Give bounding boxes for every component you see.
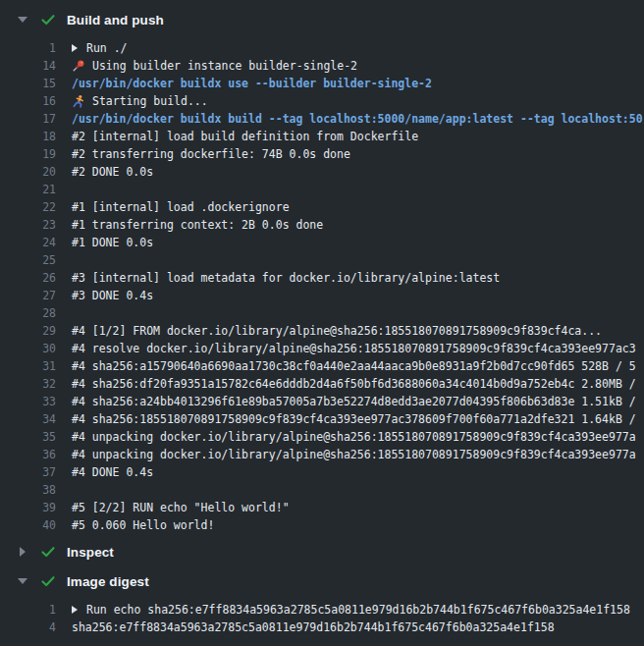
log-line-text: #1 [internal] load .dockerignore	[72, 198, 290, 216]
line-number-link[interactable]: 20	[0, 163, 56, 181]
check-success-icon	[40, 573, 56, 589]
log-line-text: #4 sha256:185518070891758909c9f839cf4ca3…	[72, 410, 636, 428]
line-number-link[interactable]: 35	[0, 428, 56, 446]
log-line-content: /usr/bin/docker buildx use --builder bui…	[56, 75, 644, 92]
log-line: 38	[0, 481, 644, 499]
log-line-text: Starting build...	[92, 92, 208, 110]
log-line-content	[56, 251, 644, 269]
line-number-link[interactable]: 17	[0, 110, 56, 128]
log-line-content	[56, 481, 644, 499]
log-line: 4 sha256:e7ff8834a5963a2785c5a0811e979d1…	[0, 619, 644, 636]
line-number-link[interactable]: 36	[0, 446, 56, 463]
line-number-link[interactable]: 34	[0, 410, 56, 428]
log-line-text: Run echo sha256:e7ff8834a5963a2785c5a081…	[86, 601, 630, 619]
line-number-link[interactable]: 14	[0, 57, 56, 75]
log-line: 15 /usr/bin/docker buildx use --builder …	[0, 75, 644, 92]
log-line: 28	[0, 304, 644, 322]
log-line-content: #4 sha256:a15790640a6690aa1730c38cf0a440…	[56, 357, 644, 375]
line-number-link[interactable]: 30	[0, 340, 56, 357]
log-line-content: Starting build...	[56, 92, 644, 110]
check-success-icon	[40, 12, 56, 27]
line-number-link[interactable]: 18	[0, 128, 56, 145]
log-line-text: Using builder instance builder-single-2	[92, 57, 357, 75]
log-line-text: #1 transferring context: 2B 0.0s done	[72, 216, 323, 234]
log-line-text: #4 resolve docker.io/library/alpine@sha2…	[72, 340, 636, 357]
runner-icon	[72, 94, 85, 108]
line-number-link[interactable]: 40	[0, 516, 56, 534]
line-number-link[interactable]: 27	[0, 287, 56, 304]
log-line: 16 Starting build...	[0, 92, 644, 110]
log-line-text: /usr/bin/docker buildx build --tag local…	[72, 110, 643, 128]
section-header[interactable]: Inspect	[0, 540, 644, 564]
line-number-link[interactable]: 39	[0, 499, 56, 516]
run-expand-icon[interactable]	[72, 44, 78, 52]
log-line: 40 #5 0.060 Hello world!	[0, 516, 644, 534]
log-line: 27 #3 DONE 0.4s	[0, 287, 644, 304]
line-number-link[interactable]: 1	[0, 601, 56, 619]
line-number-link[interactable]: 15	[0, 75, 56, 92]
log-line-text: Run ./	[86, 39, 128, 57]
log-line-text: #3 [internal] load metadata for docker.i…	[72, 269, 500, 287]
log-line-content	[56, 304, 644, 322]
line-number-link[interactable]: 31	[0, 357, 56, 375]
log-line-content: #2 transferring dockerfile: 74B 0.0s don…	[56, 145, 644, 163]
line-number-link[interactable]: 38	[0, 481, 56, 499]
log-line: 1 Run echo sha256:e7ff8834a5963a2785c5a0…	[0, 601, 644, 619]
log-line-content: #4 resolve docker.io/library/alpine@sha2…	[56, 340, 644, 357]
line-number-link[interactable]: 37	[0, 463, 56, 481]
section-lines: 1 Run echo sha256:e7ff8834a5963a2785c5a0…	[0, 601, 644, 636]
line-number-link[interactable]: 23	[0, 216, 56, 234]
log-line-text: #4 unpacking docker.io/library/alpine@sh…	[72, 428, 636, 446]
line-number-link[interactable]: 32	[0, 375, 56, 393]
log-line-text: sha256:e7ff8834a5963a2785c5a0811e979d16b…	[72, 619, 555, 636]
log-line-content: #4 sha256:185518070891758909c9f839cf4ca3…	[56, 410, 644, 428]
line-number-link[interactable]: 26	[0, 269, 56, 287]
log-line-content: Run ./	[56, 39, 644, 57]
line-number-link[interactable]: 24	[0, 234, 56, 251]
log-line-content: #3 [internal] load metadata for docker.i…	[56, 269, 644, 287]
log-line: 1 Run ./	[0, 39, 644, 57]
log-line-content: #4 unpacking docker.io/library/alpine@sh…	[56, 446, 644, 463]
log-line-content: #2 [internal] load build definition from…	[56, 128, 644, 145]
log-line-text: #4 unpacking docker.io/library/alpine@sh…	[72, 446, 636, 463]
log-line: 34 #4 sha256:185518070891758909c9f839cf4…	[0, 410, 644, 428]
line-number-link[interactable]: 25	[0, 251, 56, 269]
log-line-content: #4 unpacking docker.io/library/alpine@sh…	[56, 428, 644, 446]
log-line: 29 #4 [1/2] FROM docker.io/library/alpin…	[0, 322, 644, 340]
line-number-link[interactable]: 1	[0, 39, 56, 57]
log-line-text: #4 sha256:a24bb4013296f61e89ba57005a7b3e…	[72, 393, 636, 410]
line-number-link[interactable]: 22	[0, 198, 56, 216]
log-line: 18 #2 [internal] load build definition f…	[0, 128, 644, 145]
log-line-text: #2 [internal] load build definition from…	[72, 128, 418, 145]
section-header[interactable]: Image digest	[0, 569, 644, 593]
run-expand-icon[interactable]	[72, 606, 78, 614]
log-section: Build and push 1 Run ./ 14 Using builder…	[0, 8, 644, 534]
log-line: 39 #5 [2/2] RUN echo "Hello world!"	[0, 499, 644, 516]
caret-down-icon	[18, 578, 27, 584]
log-line-text: #4 sha256:a15790640a6690aa1730c38cf0a440…	[72, 357, 636, 375]
line-number-link[interactable]: 21	[0, 181, 56, 198]
log-line-text: #4 sha256:df20fa9351a15782c64e6dddb2d4a6…	[72, 375, 636, 393]
log-line-text: #5 0.060 Hello world!	[72, 516, 214, 534]
log-section: Inspect	[0, 540, 644, 564]
log-line: 33 #4 sha256:a24bb4013296f61e89ba57005a7…	[0, 393, 644, 410]
line-number-link[interactable]: 4	[0, 619, 56, 636]
line-number-link[interactable]: 29	[0, 322, 56, 340]
log-line-content: #4 [1/2] FROM docker.io/library/alpine@s…	[56, 322, 644, 340]
line-number-link[interactable]: 19	[0, 145, 56, 163]
log-line-content: #4 DONE 0.4s	[56, 463, 644, 481]
log-line-text: #1 DONE 0.0s	[72, 234, 153, 251]
check-success-icon	[40, 544, 56, 560]
log-line-content: Run echo sha256:e7ff8834a5963a2785c5a081…	[56, 601, 644, 619]
log-line: 24 #1 DONE 0.0s	[0, 234, 644, 251]
log-line-content	[56, 181, 644, 198]
section-title: Build and push	[67, 13, 164, 27]
workflow-log-viewer: Build and push 1 Run ./ 14 Using builder…	[0, 0, 644, 636]
line-number-link[interactable]: 28	[0, 304, 56, 322]
line-number-link[interactable]: 16	[0, 92, 56, 110]
line-number-link[interactable]: 33	[0, 393, 56, 410]
section-header[interactable]: Build and push	[0, 8, 644, 31]
log-line: 22 #1 [internal] load .dockerignore	[0, 198, 644, 216]
log-line: 36 #4 unpacking docker.io/library/alpine…	[0, 446, 644, 463]
log-line-text: #5 [2/2] RUN echo "Hello world!"	[72, 499, 290, 516]
